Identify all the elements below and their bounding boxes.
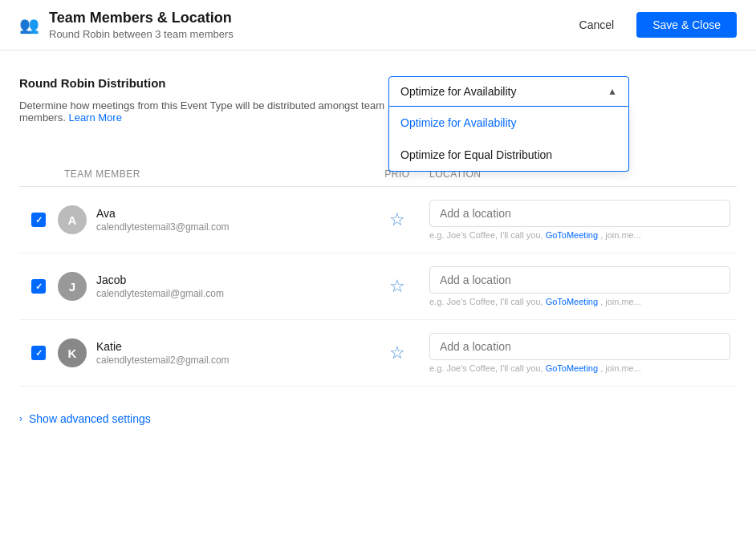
distribution-section: Round Robin Distribution Determine how m… <box>19 76 737 143</box>
ava-checkbox[interactable]: ✓ <box>31 213 46 227</box>
page-subtitle: Round Robin between 3 team members <box>49 28 234 40</box>
team-icon: 👥 <box>19 15 39 34</box>
advanced-settings-toggle[interactable]: › Show advanced settings <box>19 412 737 425</box>
header-actions: Cancel Save & Close <box>567 12 737 38</box>
check-icon: ✓ <box>35 282 43 292</box>
advanced-settings-label: Show advanced settings <box>29 412 151 425</box>
page-title: Team Members & Location <box>49 10 234 26</box>
jacob-member-info: Jacob calendlytestemail@gmail.com <box>96 274 224 299</box>
header-title-group: Team Members & Location Round Robin betw… <box>49 10 234 40</box>
ava-location-input-wrapper <box>429 200 730 227</box>
jacob-location-input[interactable] <box>440 274 720 286</box>
distribution-dropdown-menu: Optimize for Availability Optimize for E… <box>388 107 629 172</box>
chevron-up-icon: ▲ <box>608 86 617 97</box>
col-header-check <box>19 168 58 180</box>
team-table: Team Member Prio Location ✓ A Ava calend… <box>19 162 737 387</box>
ava-name: Ava <box>96 207 230 220</box>
katie-member-col: K Katie calendlytestemail2@gmail.com <box>58 338 365 367</box>
jacob-member-col: J Jacob calendlytestemail@gmail.com <box>58 272 365 301</box>
ava-location-col: e.g. Joe's Coffee, I'll call you, GoToMe… <box>429 200 737 240</box>
katie-star-icon[interactable]: ☆ <box>389 344 405 362</box>
table-row: ✓ A Ava calendlytestemail3@gmail.com ☆ <box>19 187 737 253</box>
katie-gotomeeting-link[interactable]: GoToMeeting <box>546 363 598 373</box>
katie-location-input-wrapper <box>429 333 730 360</box>
header-left: 👥 Team Members & Location Round Robin be… <box>19 10 234 40</box>
katie-email: calendlytestemail2@gmail.com <box>96 355 230 366</box>
jacob-checkbox[interactable]: ✓ <box>31 279 46 294</box>
jacob-star-icon[interactable]: ☆ <box>389 278 405 295</box>
distribution-dropdown-wrapper: Optimize for Availability ▲ Optimize for… <box>388 76 629 107</box>
ava-location-input[interactable] <box>440 207 720 220</box>
jacob-location-hint: e.g. Joe's Coffee, I'll call you, GoToMe… <box>429 297 730 306</box>
check-icon: ✓ <box>35 348 43 359</box>
col-header-member: Team Member <box>58 168 365 180</box>
katie-location-input[interactable] <box>440 340 720 353</box>
distribution-dropdown-trigger[interactable]: Optimize for Availability ▲ <box>388 76 629 107</box>
ava-location-hint: e.g. Joe's Coffee, I'll call you, GoToMe… <box>429 230 730 240</box>
ava-email: calendlytestemail3@gmail.com <box>96 221 230 233</box>
jacob-check-col: ✓ <box>19 279 58 294</box>
section-description: Determine how meetings from this Event T… <box>19 99 388 124</box>
katie-location-col: e.g. Joe's Coffee, I'll call you, GoToMe… <box>429 333 737 373</box>
katie-member-info: Katie calendlytestemail2@gmail.com <box>96 340 230 366</box>
jacob-avatar: J <box>58 272 87 301</box>
dropdown-selected-value: Optimize for Availability <box>400 85 516 98</box>
jacob-priority-col: ☆ <box>365 278 429 295</box>
ava-avatar: A <box>58 205 87 234</box>
katie-check-col: ✓ <box>19 346 58 360</box>
main-content: Round Robin Distribution Determine how m… <box>0 51 756 451</box>
chevron-right-icon: › <box>19 413 22 424</box>
katie-location-hint: e.g. Joe's Coffee, I'll call you, GoToMe… <box>429 363 730 373</box>
jacob-location-input-wrapper <box>429 266 730 294</box>
jacob-location-col: e.g. Joe's Coffee, I'll call you, GoToMe… <box>429 266 737 306</box>
jacob-name: Jacob <box>96 274 224 286</box>
dropdown-option-availability[interactable]: Optimize for Availability <box>389 107 628 139</box>
cancel-button[interactable]: Cancel <box>567 12 628 38</box>
ava-star-icon[interactable]: ☆ <box>389 211 405 229</box>
katie-priority-col: ☆ <box>365 344 429 362</box>
katie-avatar: K <box>58 338 87 367</box>
ava-gotomeeting-link[interactable]: GoToMeeting <box>546 230 598 240</box>
save-close-button[interactable]: Save & Close <box>636 12 737 38</box>
description-area: Round Robin Distribution Determine how m… <box>19 76 388 143</box>
dropdown-option-equal[interactable]: Optimize for Equal Distribution <box>389 139 628 171</box>
katie-checkbox[interactable]: ✓ <box>31 346 46 360</box>
table-row: ✓ K Katie calendlytestemail2@gmail.com ☆ <box>19 320 737 387</box>
ava-member-col: A Ava calendlytestemail3@gmail.com <box>58 205 365 234</box>
table-row: ✓ J Jacob calendlytestemail@gmail.com ☆ <box>19 253 737 320</box>
ava-member-info: Ava calendlytestemail3@gmail.com <box>96 207 230 233</box>
learn-more-link[interactable]: Learn More <box>68 111 121 124</box>
check-icon: ✓ <box>35 215 43 225</box>
jacob-gotomeeting-link[interactable]: GoToMeeting <box>546 297 598 306</box>
katie-name: Katie <box>96 340 230 353</box>
ava-check-col: ✓ <box>19 213 58 227</box>
jacob-email: calendlytestemail@gmail.com <box>96 288 224 299</box>
ava-priority-col: ☆ <box>365 211 429 229</box>
section-title: Round Robin Distribution <box>19 76 388 90</box>
header: 👥 Team Members & Location Round Robin be… <box>0 0 756 51</box>
